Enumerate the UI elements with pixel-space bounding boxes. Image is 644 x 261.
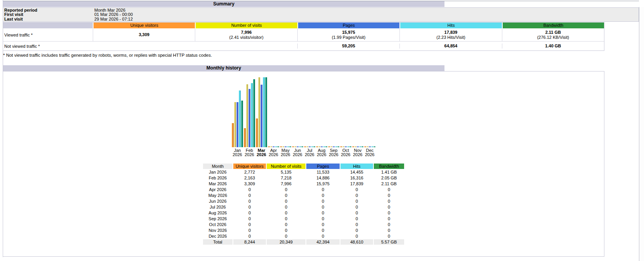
month-cell: Sep 2026 [203, 216, 233, 221]
value-cell: 0 [267, 193, 306, 198]
summary-info-table: Reported period Month Mar 2026 First vis… [3, 7, 639, 22]
bar-bandwidth-gb [265, 77, 267, 147]
bar-pages [333, 146, 335, 147]
bar-hits [275, 146, 277, 147]
not-viewed-traffic-row: Not viewed traffic * 59,205 64,854 1.40 … [3, 42, 604, 50]
value-cell: 0 [267, 216, 306, 221]
value-cell: 0 [374, 210, 404, 216]
sub-value: (276.12 KB/Visit) [502, 35, 604, 40]
value: 7,996 [195, 30, 297, 35]
value-cell: 0 [306, 216, 340, 221]
month-cell: Aug 2026 [203, 210, 233, 216]
bar-number-of-visits [366, 146, 368, 147]
summary-header-spacer [3, 23, 93, 28]
column-header-bandwidth: Bandwidth [374, 164, 404, 169]
monthly-row: Apr 202600000 [203, 187, 404, 192]
chart-bars [255, 77, 267, 147]
value-cell: 0 [306, 187, 340, 192]
column-header-number-of-visits: Number of visits [195, 23, 297, 28]
value-cell: 0 [374, 193, 404, 198]
column-header-number-of-visits: Number of visits [267, 164, 306, 169]
value-cell: 5.57 GB [374, 239, 404, 245]
bar-bandwidth-gb [241, 101, 243, 147]
bar-pages [357, 146, 359, 147]
monthly-history-bar-chart: Jan2026Feb2026Mar2026Apr2026May2026Jun20… [3, 77, 604, 157]
value-cell: 0 [374, 216, 404, 221]
column-header-unique-visitors: Unique visitors [233, 164, 266, 169]
bar-pages [297, 146, 299, 147]
not-viewed-hits-cell: 64,854 [399, 44, 502, 49]
value-cell: 0 [233, 187, 266, 192]
bar-pages [369, 146, 371, 147]
chart-month-group: Feb2026 [243, 77, 255, 157]
value-cell: 0 [233, 198, 266, 204]
bar-number-of-visits [282, 146, 284, 147]
bar-pages [345, 146, 347, 147]
chart-month-group: Mar2026 [255, 77, 267, 157]
chart-month-group: Jun2026 [292, 77, 304, 157]
monthly-row: Sep 202600000 [203, 216, 404, 221]
bar-pages [273, 146, 274, 147]
not-viewed-pages-cell: 59,205 [297, 44, 399, 49]
viewed-traffic-label: Viewed traffic * [3, 28, 93, 41]
month-label: Jul2026 [304, 148, 316, 157]
value-cell: 0 [340, 193, 373, 198]
bar-bandwidth-gb [313, 146, 315, 147]
chart-month-group: May2026 [279, 77, 292, 157]
month-cell: Oct 2026 [203, 222, 233, 227]
not-viewed-bandwidth-cell: 1.40 GB [502, 44, 604, 49]
chart-month-group: Apr2026 [267, 77, 279, 157]
viewed-traffic-row: Viewed traffic * 3,309 7,996 (2.41 visit… [3, 28, 604, 42]
not-viewed-footnote: * Not viewed traffic includes traffic ge… [3, 53, 212, 57]
value-cell: 7,996 [267, 181, 306, 186]
month-cell: Jan 2026 [203, 169, 233, 175]
value-cell: 5,135 [267, 169, 306, 175]
summary-traffic-table: Unique visitors Number of visits Pages H… [3, 22, 604, 51]
value-cell: 0 [374, 198, 404, 204]
value-cell: 0 [340, 187, 373, 192]
bar-unique-visitors [304, 146, 306, 147]
value-cell: 0 [306, 233, 340, 239]
month-label: Aug2026 [316, 148, 328, 157]
value-cell: 0 [267, 210, 306, 216]
bar-bandwidth-gb [337, 146, 339, 147]
monthly-row: Feb 20262,1637,21814,88616,3162.05 GB [203, 175, 404, 181]
bar-bandwidth-gb [373, 146, 375, 147]
value-cell: 0 [267, 228, 306, 233]
scrollbar-track[interactable] [639, 7, 644, 261]
value-cell: 0 [374, 222, 404, 227]
value-cell: 14,886 [306, 175, 340, 181]
bar-hits [299, 146, 301, 147]
monthly-row: Dec 202600000 [203, 233, 404, 239]
value: 17,839 [400, 30, 502, 35]
chart-month-group: Aug2026 [316, 77, 328, 157]
value-cell: 7,218 [267, 175, 306, 181]
chart-bars [243, 77, 255, 147]
bar-unique-visitors [280, 146, 282, 147]
monthly-row: Mar 20263,3097,99615,97517,8392.11 GB [203, 181, 404, 186]
month-label: Mar2026 [255, 148, 267, 157]
bar-bandwidth-gb [349, 146, 351, 147]
month-cell: Mar 2026 [203, 181, 233, 186]
chart-bars [267, 77, 279, 147]
bar-hits [311, 146, 313, 147]
column-header-month: Month [203, 164, 233, 169]
value-cell: 3,309 [233, 181, 266, 186]
value: 1.40 GB [502, 44, 604, 49]
column-header-pages: Pages [297, 23, 399, 28]
value-cell: 48,610 [340, 239, 373, 245]
bar-pages [321, 146, 323, 147]
month-label: Dec2026 [364, 148, 376, 157]
value-cell: 20,349 [267, 239, 306, 245]
bar-unique-visitors [364, 146, 366, 147]
chart-bars [231, 77, 243, 147]
sub-value: (2.41 visits/visitor) [195, 35, 297, 40]
monthly-table-header-row: Month Unique visitors Number of visits P… [203, 164, 404, 169]
value-cell: 8,244 [233, 239, 266, 245]
chart-month-group: Oct2026 [340, 77, 352, 157]
value-cell: 0 [340, 204, 373, 210]
monthly-total-row: Total8,24420,34942,39448,6105.57 GB [203, 239, 404, 245]
value-cell: 0 [306, 210, 340, 216]
chart-bars [304, 77, 316, 147]
value-cell: 2.05 GB [374, 175, 404, 181]
